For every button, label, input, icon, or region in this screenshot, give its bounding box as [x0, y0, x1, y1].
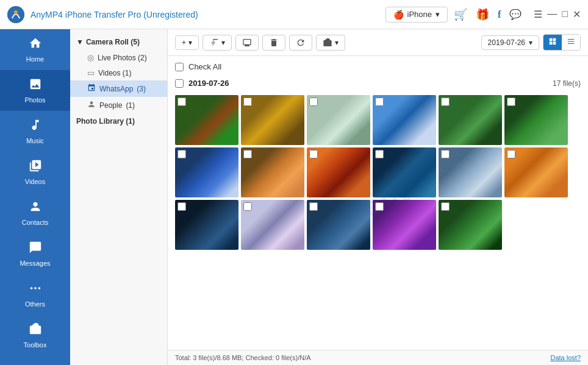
photo-cell[interactable] [175, 147, 238, 197]
photo-checkbox[interactable] [309, 97, 318, 106]
photo-cell[interactable] [504, 95, 568, 145]
data-lost-link[interactable]: Data lost? [550, 354, 581, 361]
photo-cell[interactable] [241, 200, 304, 250]
svg-point-1 [14, 10, 18, 14]
photo-cell[interactable] [439, 95, 502, 145]
svg-point-4 [38, 287, 40, 289]
device-selector[interactable]: 🍎 iPhone ▾ [385, 7, 448, 23]
add-button[interactable]: + ▾ [175, 35, 199, 50]
photo-checkbox[interactable] [177, 97, 186, 106]
dropdown-icon: ▾ [436, 10, 440, 19]
photo-cell[interactable] [307, 95, 370, 145]
whatsapp-item[interactable]: WhatsApp (3) [70, 80, 167, 97]
date-group-checkbox[interactable] [175, 79, 184, 88]
photo-cell[interactable] [373, 147, 436, 197]
sidebar-item-home[interactable]: Home [0, 29, 70, 70]
gift-icon[interactable]: 🎁 [476, 8, 489, 21]
videos-tree-icon: ▭ [87, 68, 95, 77]
sidebar-toolbox-label: Toolbox [24, 341, 47, 349]
sidebar-others-label: Others [25, 300, 45, 308]
photo-checkbox[interactable] [441, 202, 450, 211]
sidebar-item-music[interactable]: Music [0, 111, 70, 152]
photo-cell[interactable] [439, 147, 502, 197]
date-picker[interactable]: 2019-07-26 ▾ [481, 35, 539, 50]
list-view-button[interactable] [562, 35, 580, 50]
cart-icon[interactable]: 🛒 [454, 8, 467, 21]
chat-icon[interactable]: 💬 [509, 9, 522, 20]
toolbar: + ▾ ▾ ▾ 2019-07-26 ▾ [168, 29, 588, 56]
photo-checkbox[interactable] [177, 150, 186, 158]
sidebar-item-videos[interactable]: Videos [0, 152, 70, 193]
photo-checkbox[interactable] [375, 202, 384, 211]
view-toggle [543, 34, 581, 51]
maximize-icon[interactable]: □ [562, 9, 568, 20]
photo-checkbox[interactable] [441, 150, 450, 158]
add-dropdown-icon: ▾ [188, 38, 192, 47]
videos-item[interactable]: ▭ Videos (1) [70, 65, 167, 80]
window-controls: ☰ — □ ✕ [534, 9, 581, 20]
photo-cell[interactable] [307, 147, 370, 197]
status-text: Total: 3 file(s)/8.68 MB; Checked: 0 fil… [175, 354, 311, 361]
live-photos-icon: ◎ [87, 53, 94, 62]
sidebar-photos-label: Photos [24, 96, 45, 104]
screen-button[interactable] [235, 35, 259, 51]
photo-checkbox[interactable] [309, 150, 318, 158]
photo-cell[interactable] [373, 95, 436, 145]
people-icon [87, 100, 96, 110]
check-all-row: Check All [175, 62, 581, 71]
photo-cell[interactable] [241, 95, 304, 145]
check-all-checkbox[interactable] [175, 63, 184, 71]
photo-cell[interactable] [241, 147, 304, 197]
people-label: People [99, 101, 122, 110]
date-value: 2019-07-26 [488, 38, 525, 47]
photo-checkbox[interactable] [507, 150, 515, 158]
photo-grid [175, 95, 581, 250]
title-actions: 🛒 🎁 f 💬 [454, 8, 522, 21]
svg-point-2 [30, 287, 32, 289]
sidebar-videos-label: Videos [25, 178, 45, 185]
export-button[interactable]: ▾ [316, 35, 345, 51]
sidebar-item-toolbox[interactable]: Toolbox [0, 315, 70, 356]
app-logo [7, 6, 24, 23]
content-area: + ▾ ▾ ▾ 2019-07-26 ▾ [168, 29, 588, 365]
photo-checkbox[interactable] [243, 150, 252, 158]
add-icon: + [182, 38, 186, 47]
status-bar: Total: 3 file(s)/8.68 MB; Checked: 0 fil… [168, 350, 588, 365]
photo-checkbox[interactable] [375, 150, 384, 158]
photo-checkbox[interactable] [375, 97, 384, 106]
people-item[interactable]: People (1) [70, 97, 167, 113]
photo-library-item[interactable]: Photo Library (1) [70, 113, 167, 129]
menu-icon[interactable]: ☰ [534, 9, 542, 20]
photo-checkbox[interactable] [177, 202, 186, 211]
delete-button[interactable] [262, 35, 285, 51]
photos-icon [29, 77, 42, 94]
photo-cell[interactable] [307, 200, 370, 250]
photo-cell[interactable] [373, 200, 436, 250]
photo-cell[interactable] [175, 95, 238, 145]
date-group-label: 2019-07-26 [188, 79, 229, 88]
photo-checkbox[interactable] [441, 97, 450, 106]
photo-cell[interactable] [504, 147, 568, 197]
camera-roll-header[interactable]: ▼ Camera Roll (5) [70, 34, 167, 50]
live-photos-label: Live Photos (2) [98, 54, 147, 62]
photo-checkbox[interactable] [243, 97, 252, 106]
refresh-button[interactable] [289, 35, 312, 51]
sidebar-item-messages[interactable]: Messages [0, 233, 70, 274]
photo-cell[interactable] [439, 200, 502, 250]
export-dropdown-icon: ▾ [335, 38, 339, 47]
photo-checkbox[interactable] [309, 202, 318, 211]
toolbox-icon [29, 322, 42, 339]
photo-cell[interactable] [175, 200, 238, 250]
camera-roll-label: Camera Roll (5) [86, 38, 140, 46]
photo-checkbox[interactable] [507, 97, 515, 106]
sidebar-item-others[interactable]: Others [0, 274, 70, 315]
grid-view-button[interactable] [543, 35, 562, 50]
close-icon[interactable]: ✕ [573, 9, 581, 20]
transfer-button[interactable]: ▾ [203, 35, 232, 51]
sidebar-item-photos[interactable]: Photos [0, 70, 70, 111]
facebook-icon[interactable]: f [498, 9, 501, 20]
live-photos-item[interactable]: ◎ Live Photos (2) [70, 50, 167, 65]
minimize-icon[interactable]: — [547, 9, 557, 20]
photo-checkbox[interactable] [243, 202, 252, 211]
sidebar-item-contacts[interactable]: Contacts [0, 193, 70, 233]
